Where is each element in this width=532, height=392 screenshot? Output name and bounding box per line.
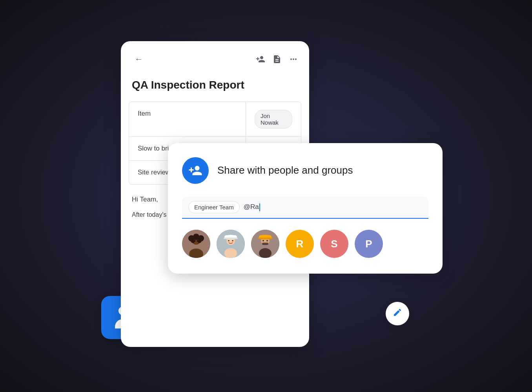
svg-point-16 — [228, 240, 230, 241]
table-cell-item-value: Jon Nowak — [246, 102, 301, 136]
doc-header: ← — [121, 41, 309, 74]
svg-point-20 — [259, 248, 271, 258]
share-dialog-header: Share with people and groups — [182, 157, 428, 184]
table-cell-item-label: Item — [129, 102, 246, 136]
text-cursor — [259, 203, 260, 211]
typed-text: @Ra — [244, 203, 259, 211]
avatar-p-letter: P — [365, 238, 372, 250]
edit-fab-button[interactable] — [386, 302, 409, 325]
avatar-person-1[interactable] — [182, 230, 210, 258]
svg-point-25 — [266, 240, 268, 241]
svg-point-8 — [193, 239, 195, 241]
header-icons — [256, 54, 298, 64]
more-options-icon[interactable] — [289, 54, 298, 64]
share-dialog: Share with people and groups Engineer Te… — [168, 143, 443, 274]
engineer-team-chip[interactable]: Engineer Team — [188, 201, 240, 213]
svg-point-17 — [232, 240, 233, 241]
add-person-icon[interactable] — [256, 54, 265, 64]
avatar-s[interactable]: S — [320, 230, 348, 258]
share-input-container[interactable]: Engineer Team @Ra — [182, 196, 428, 219]
svg-rect-26 — [262, 243, 268, 245]
avatar-person-3[interactable] — [251, 230, 279, 258]
avatar-s-letter: S — [331, 238, 337, 250]
share-input-field[interactable]: @Ra — [244, 203, 422, 211]
svg-rect-23 — [258, 238, 272, 239]
avatar-person-2[interactable] — [217, 230, 245, 258]
doc-description-icon[interactable] — [272, 54, 282, 64]
share-icon-circle — [182, 157, 209, 184]
doc-title: QA Inspection Report — [121, 74, 309, 102]
back-button[interactable]: ← — [132, 52, 146, 66]
svg-point-9 — [197, 239, 199, 241]
avatars-row: R S P — [182, 230, 428, 258]
svg-point-24 — [262, 240, 264, 241]
avatar-p[interactable]: P — [355, 230, 383, 258]
table-row: Item Jon Nowak — [129, 102, 301, 137]
edit-icon — [393, 308, 402, 319]
share-dialog-title: Share with people and groups — [217, 164, 353, 177]
avatar-r-letter: R — [296, 238, 304, 250]
avatar-r[interactable]: R — [286, 230, 314, 258]
back-arrow-icon: ← — [135, 54, 143, 64]
svg-rect-15 — [224, 238, 238, 239]
svg-point-12 — [224, 248, 237, 258]
assignee-badge[interactable]: Jon Nowak — [255, 110, 292, 129]
